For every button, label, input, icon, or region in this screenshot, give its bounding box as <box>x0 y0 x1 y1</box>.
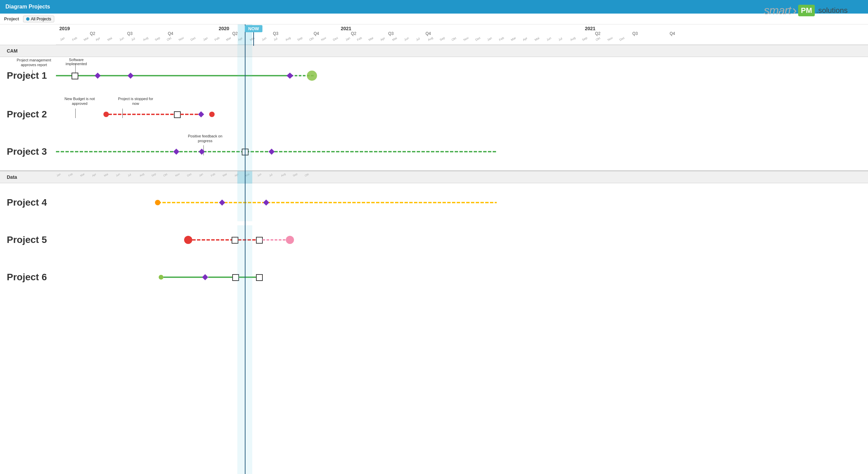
p6-diamond <box>202 274 208 280</box>
project6-row: Project 6 <box>0 259 868 296</box>
p2-dot-end <box>209 112 215 117</box>
tl-q2-2021b: Q2 <box>595 31 600 36</box>
p3-diamond-2 <box>199 149 205 155</box>
month-aug-r: Aug <box>570 36 576 42</box>
tl-q2-2021: Q2 <box>351 31 356 36</box>
month-feb-2021: Feb <box>356 36 362 41</box>
filter-bar: Project All Projects <box>0 14 868 24</box>
project2-label: Project 2 <box>7 109 47 120</box>
month-apr-2021: Apr <box>380 36 386 42</box>
year-2020: 2020 <box>219 26 229 31</box>
p5-square-2 <box>256 237 262 243</box>
month-dez-r: Dez <box>619 36 625 42</box>
month-okt-2020: Okt <box>309 36 314 42</box>
all-projects-button[interactable]: All Projects <box>23 16 54 22</box>
month-okt-2019: Okt <box>166 36 172 42</box>
month-okt-r: Okt <box>595 36 601 42</box>
month-nov-r: Nov <box>607 36 613 42</box>
month-sep-2019: Sep <box>154 36 161 42</box>
project1-row: Project managementapproves report Softwa… <box>0 57 868 94</box>
month-sep-r: Sep <box>581 36 588 42</box>
month-jan-2021: Jan <box>345 36 351 42</box>
tl-q3-2020: Q3 <box>273 31 278 36</box>
data-section-timeline: Jan Feb Mar Apr Mai Jun Jul Aug Sep Okt … <box>56 171 868 184</box>
month-feb-2019: Feb <box>72 36 78 41</box>
month-jun-r: Jun <box>546 36 552 42</box>
month-mar-r: Mar <box>510 36 516 41</box>
p2-square <box>174 112 180 118</box>
tl-q4-2021: Q4 <box>426 31 431 36</box>
month-aug-2020: Aug <box>285 36 291 42</box>
filter-button-label: All Projects <box>31 17 51 21</box>
now-line-header <box>253 32 254 46</box>
project3-svg <box>56 133 868 170</box>
gantt-area: 2019 2020 2021 2021 Q2 Q3 Q4 Q2 Q3 Q4 Q2… <box>0 24 868 474</box>
logo-smart: smart <box>764 4 791 17</box>
project5-label: Project 5 <box>7 234 47 245</box>
month-jul-2021: Jul <box>415 37 420 41</box>
now-label: NOW <box>245 25 262 32</box>
logo-area: smart › PM .solutions <box>764 3 848 18</box>
month-mar-2021: Mar <box>368 36 374 41</box>
month-jul-r: Jul <box>558 37 563 41</box>
month-mai-2021: Mai <box>392 36 398 42</box>
now-vertical-data <box>245 171 245 341</box>
project6-label: Project 6 <box>7 272 47 283</box>
annotation-pm-report: Project managementapproves report <box>14 58 54 68</box>
timeline-header: 2019 2020 2021 2021 Q2 Q3 Q4 Q2 Q3 Q4 Q2… <box>56 24 868 45</box>
month-nov-2021: Nov <box>463 36 469 42</box>
filter-radio-icon <box>26 17 29 21</box>
month-okt-2021: Okt <box>451 36 457 42</box>
project4-row: Project 4 <box>0 184 868 221</box>
tl-q2-2020: Q2 <box>232 31 238 36</box>
section-cam: CAM <box>0 45 868 57</box>
month-apr-r: Apr <box>522 36 528 42</box>
month-jan-2019: Jan <box>59 36 65 42</box>
project1-label: Project 1 <box>7 70 47 81</box>
p6-square-2 <box>256 274 262 281</box>
logo-arrow-icon: › <box>792 3 797 18</box>
month-dez-2020: Dez <box>332 36 339 42</box>
project4-svg <box>56 184 868 221</box>
month-dez-2019: Dez <box>190 36 196 42</box>
year-2021: 2021 <box>341 26 351 31</box>
p2-diamond <box>198 111 204 117</box>
tl-q4-2021b: Q4 <box>670 31 675 36</box>
project2-svg <box>56 96 868 133</box>
tl-q4-2019: Q4 <box>168 31 173 36</box>
tl-q3-2021b: Q3 <box>632 31 638 36</box>
month-nov-2019: Nov <box>178 36 184 42</box>
p6-dot-start <box>159 275 163 280</box>
month-aug-2021: Aug <box>427 36 434 42</box>
project4-label: Project 4 <box>7 197 47 208</box>
month-dez-2021: Dez <box>475 36 481 42</box>
p1-square-1 <box>72 73 78 79</box>
project2-row: New Budget is notapproved Project is sto… <box>0 96 868 133</box>
project3-row: Positive feedback onprogress Project 3 <box>0 133 868 170</box>
header-bar: Diagram Projects <box>0 0 868 14</box>
section-cam-label: CAM <box>7 48 18 54</box>
app-title: Diagram Projects <box>5 4 50 10</box>
project5-row: Project 5 <box>0 221 868 259</box>
p1-diamond-2 <box>127 73 134 79</box>
project5-svg <box>56 221 868 259</box>
month-feb-2020: Feb <box>214 36 220 41</box>
month-sep-2021: Sep <box>439 36 446 42</box>
p5-circle-pink <box>286 236 294 244</box>
section-data-label: Data <box>7 174 17 180</box>
month-aug-2019: Aug <box>142 36 149 42</box>
logo-solutions: .solutions <box>816 6 848 15</box>
section-data: Data Jan Feb Mar Apr Mai Jun Jul Aug Sep… <box>0 171 868 183</box>
tl-q2-2019: Q2 <box>90 31 95 36</box>
month-feb-r: Feb <box>498 36 505 41</box>
p3-diamond-1 <box>173 149 179 155</box>
month-apr-2019: Apr <box>95 36 101 42</box>
p5-circle-red <box>184 236 192 244</box>
month-jun-2019: Jun <box>119 36 125 42</box>
month-jul-2020: Jul <box>273 37 278 41</box>
month-jan-2020: Jan <box>202 36 209 42</box>
p2-dot-start <box>103 112 109 117</box>
month-mai-2019: Mai <box>107 36 113 42</box>
month-jan-r: Jan <box>487 36 493 42</box>
month-mar-2019: Mar <box>83 36 89 41</box>
